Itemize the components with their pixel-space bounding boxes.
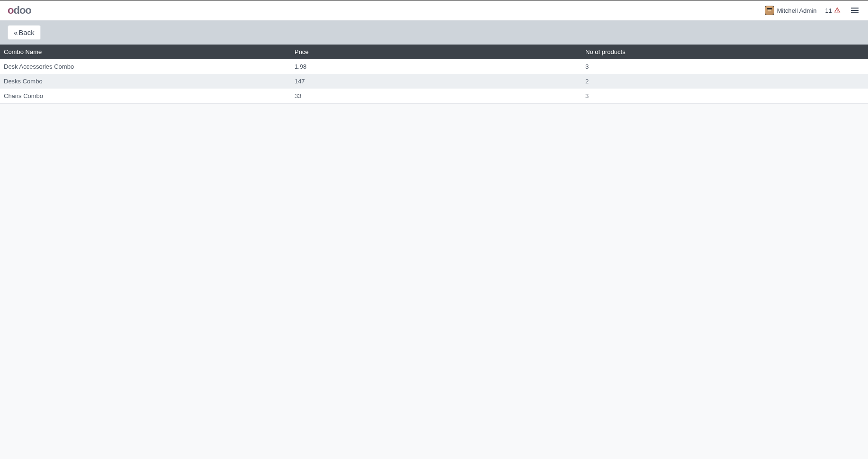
cell-name: Desks Combo: [0, 74, 291, 89]
back-label: Back: [18, 28, 34, 36]
cell-price: 33: [291, 89, 582, 103]
back-button[interactable]: « Back: [8, 25, 41, 40]
warning-icon: [834, 7, 841, 15]
user-name: Mitchell Admin: [777, 7, 817, 14]
cell-price: 147: [291, 74, 582, 89]
column-header-price: Price: [291, 45, 582, 59]
header: odoo Mitchell Admin 11: [0, 0, 868, 20]
cell-count: 2: [582, 74, 868, 89]
hamburger-menu-icon[interactable]: [849, 6, 860, 15]
table-body: Desk Accessories Combo 1.98 3 Desks Comb…: [0, 59, 868, 104]
chevron-left-icon: «: [14, 28, 18, 36]
cell-name: Desk Accessories Combo: [0, 59, 291, 74]
table-row[interactable]: Desk Accessories Combo 1.98 3: [0, 59, 868, 74]
cell-price: 1.98: [291, 59, 582, 74]
cell-count: 3: [582, 59, 868, 74]
table-row[interactable]: Chairs Combo 33 3: [0, 89, 868, 103]
header-right: Mitchell Admin 11: [765, 6, 860, 15]
column-header-name: Combo Name: [0, 45, 291, 59]
logo[interactable]: odoo: [8, 4, 31, 17]
user-menu[interactable]: Mitchell Admin: [765, 6, 817, 15]
column-header-count: No of products: [582, 45, 868, 59]
table-header: Combo Name Price No of products: [0, 45, 868, 59]
table-row[interactable]: Desks Combo 147 2: [0, 74, 868, 89]
notifications[interactable]: 11: [825, 7, 841, 15]
avatar: [765, 6, 774, 15]
notif-count: 11: [825, 7, 832, 14]
cell-count: 3: [582, 89, 868, 103]
cell-name: Chairs Combo: [0, 89, 291, 103]
toolbar: « Back: [0, 20, 868, 45]
